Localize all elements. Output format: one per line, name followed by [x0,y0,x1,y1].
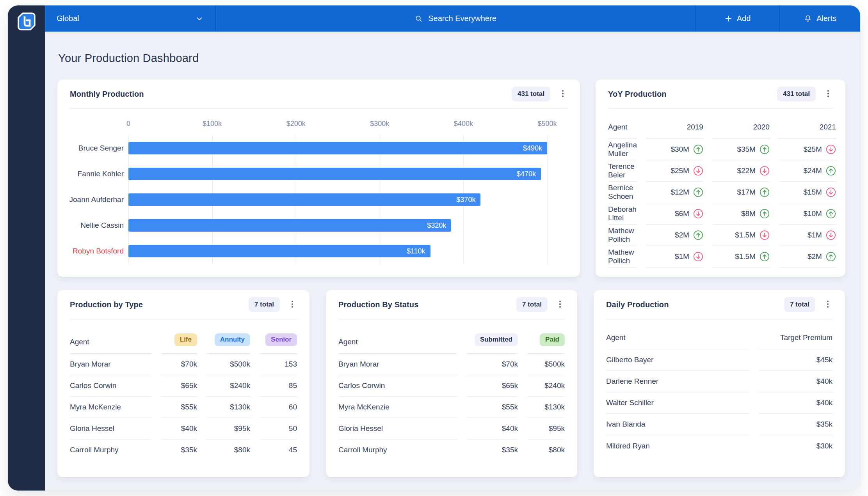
value-text: $1M [675,252,689,261]
value-cell: $65k [466,375,518,397]
column-header: 2021 [779,109,836,139]
card-daily-production: Daily Production 7 total AgentTarget Pre… [594,290,845,477]
page-title: Your Production Dashboard [58,52,845,65]
annuity-badge: Annuity [215,333,250,346]
trend-down-icon [760,166,770,176]
column-header-badge: Paid [527,319,565,354]
value-cell: $70k [161,354,197,375]
value-cell: $40k [161,418,197,439]
agent-name-cell: Mildred Ryan [606,435,749,457]
add-button[interactable]: Add [695,5,779,32]
chart-plot-area: 0$100k$200k$300k$400k$500k$490k$470k$370… [128,119,547,264]
value-text: $10M [803,209,822,218]
trend-down-icon [826,230,836,240]
value-cell: $1M [779,225,836,246]
chart-bar-value-label: $110k [407,247,430,255]
card-menu-button[interactable] [823,298,832,311]
card-monthly-production: Monthly Production 431 total Bruce Senge… [57,80,580,277]
value-cell: $15M [779,182,836,203]
agent-name-cell: Ivan Blanda [606,414,749,435]
chart-gridline [547,135,548,264]
column-header-badge: Senior [260,319,297,354]
value-text: $12M [671,188,689,197]
global-dropdown[interactable]: Global [45,5,216,32]
value-cell: $95k [527,418,565,439]
value-cell: $30k [758,435,832,457]
value-cell: $45k [758,349,832,371]
value-cell: $35k [758,414,832,435]
value-text: $1.5M [735,252,756,261]
value-cell: $40k [466,418,518,439]
value-cell: $22M [713,160,770,182]
total-badge: 431 total [512,87,550,101]
chart-category-label: Joann Aufderhar [70,187,128,213]
value-cell: $1M [646,246,703,267]
value-cell: $55k [466,397,518,418]
agent-name-cell: Carroll Murphy [338,439,457,461]
value-cell: 50 [260,418,297,439]
card-menu-button[interactable] [555,298,565,311]
value-text: $22M [737,167,756,175]
value-cell: 60 [260,397,297,418]
trend-down-icon [826,187,836,197]
chart-grid-area: $490k$470k$370k$320k$110k [128,135,547,264]
value-cell: $35M [713,139,770,160]
value-cell: $2M [779,246,836,267]
total-badge: 431 total [777,87,816,101]
value-cell: 45 [260,439,297,461]
chart-category-label: Robyn Botsford [70,238,128,264]
trend-up-icon [760,209,770,219]
column-header-badge: Submitted [466,319,518,354]
trend-down-icon [693,252,703,262]
chart-row: $470k [128,161,547,187]
value-cell: $130k [206,397,250,418]
agent-name-cell: Deborah Littel [608,203,637,225]
value-cell: $80k [206,439,250,461]
card-yoy-production: YoY Production 431 total Agent2019202020… [596,80,845,277]
card-menu-button[interactable] [288,298,297,311]
x-axis-tick: 0 [126,120,130,128]
agent-name-cell: Mathew Pollich [608,225,637,246]
value-cell: $240k [527,375,565,397]
chart-bar-value-label: $470k [517,170,541,178]
alerts-button[interactable]: Alerts [779,5,860,32]
chart-bar-value-label: $490k [523,144,547,152]
value-cell: $1.5M [713,246,770,267]
chart-bar: $490k [128,142,547,154]
agent-name-cell: Angelina Muller [608,139,637,160]
value-cell: $35k [161,439,197,461]
card-menu-button[interactable] [558,88,567,101]
value-cell: $8M [713,203,770,225]
card-production-by-type: Production by Type 7 total AgentLifeAnnu… [57,290,309,477]
x-axis-tick: $100k [203,120,222,128]
value-cell: $95k [206,418,250,439]
agent-name-cell: Gilberto Bayer [606,349,749,371]
app-logo-icon[interactable] [16,11,37,32]
plus-icon [724,14,733,23]
chart-row: $110k [128,238,547,264]
chart-bar: $320k [128,219,451,232]
dashboard-main: Your Production Dashboard Monthly Produc… [45,32,860,491]
agent-name-cell: Carroll Murphy [70,439,152,461]
production-by-type-table: AgentLifeAnnuitySeniorBryan Morar$70k$50… [70,319,297,461]
value-text: $24M [803,167,822,175]
value-cell: $25M [646,160,703,182]
x-axis-tick: $400k [454,120,473,128]
app-window: Global Search Everywhere Add Alerts Your… [8,5,860,491]
value-text: $1.5M [735,231,756,239]
x-axis-tick: $500k [537,120,557,128]
value-cell: $2M [646,225,703,246]
card-menu-button[interactable] [824,88,833,101]
life-badge: Life [174,333,197,346]
agent-name-cell: Bryan Morar [70,354,152,375]
chart-row: $370k [128,187,547,213]
value-text: $15M [803,188,822,197]
column-header: Target Premium [758,319,832,349]
value-cell: $35k [466,439,518,461]
card-production-by-status: Production By Status 7 total AgentSubmit… [326,290,577,477]
value-cell: $240k [206,375,250,397]
value-cell: $500k [527,354,565,375]
column-header: 2020 [713,109,770,139]
search-everywhere[interactable]: Search Everywhere [216,5,695,32]
kebab-icon [288,300,296,308]
